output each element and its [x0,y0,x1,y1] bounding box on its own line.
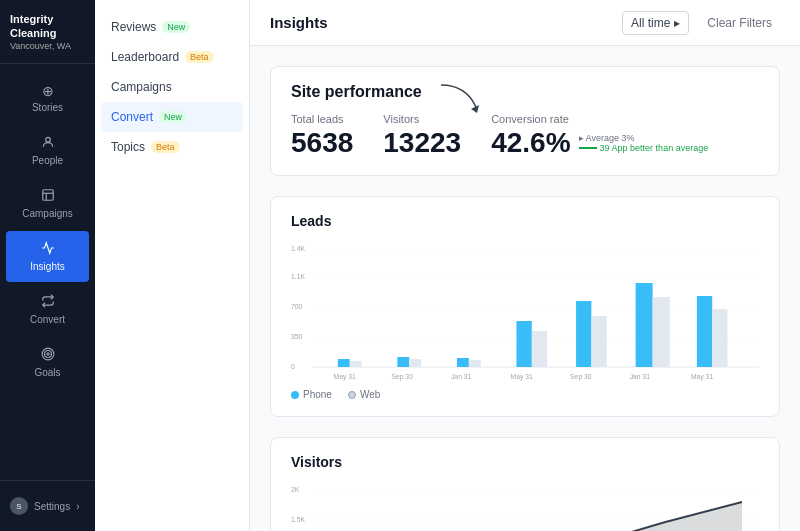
sidebar-people-label: People [32,155,63,166]
svg-text:0: 0 [291,361,295,371]
sidebar-item-campaigns[interactable]: Campaigns [6,178,89,229]
svg-rect-18 [457,358,469,367]
metric-total-leads: Total leads 5638 [291,113,353,159]
svg-rect-25 [653,297,670,367]
svg-rect-17 [409,359,421,367]
people-icon [41,135,55,152]
visitors-area [317,502,742,531]
sidebar-header: Integrity Cleaning Vancouver, WA [0,0,95,64]
leaderboard-badge: Beta [185,51,214,63]
sidebar-goals-label: Goals [34,367,60,378]
brand-location: Vancouver, WA [10,41,85,51]
svg-rect-16 [397,357,409,367]
sub-nav-reviews[interactable]: Reviews New [95,12,249,42]
legend-phone: Phone [291,389,332,400]
svg-text:1.4K: 1.4K [291,243,305,253]
svg-text:Sep 30: Sep 30 [570,371,592,381]
time-range-label: All time [631,16,670,30]
visitors-section: Visitors 2K 1.5K 1K [270,437,780,531]
svg-rect-26 [697,296,712,367]
conversion-value: 42.6% [491,127,570,159]
svg-text:Jan 31: Jan 31 [451,371,471,381]
settings-item[interactable]: S Settings › [6,491,89,521]
svg-rect-23 [591,316,606,367]
sidebar-item-convert[interactable]: Convert [6,284,89,335]
visitors-title: Visitors [291,454,759,470]
metrics-row: Total leads 5638 Visitors 13223 Conversi… [291,113,759,159]
total-leads-label: Total leads [291,113,353,125]
sub-nav-leaderboard[interactable]: Leaderboard Beta [95,42,249,72]
svg-rect-1 [42,189,53,200]
sub-nav-campaigns[interactable]: Campaigns [95,72,249,102]
stories-icon: ⊕ [42,83,54,99]
svg-text:May 31: May 31 [691,371,713,381]
svg-rect-22 [576,301,591,367]
reviews-badge: New [162,21,190,33]
better-label: 39 App better than average [579,143,709,153]
time-range-dropdown[interactable]: All time ▸ [622,11,689,35]
svg-text:1.5K: 1.5K [291,514,305,524]
svg-text:2K: 2K [291,484,299,494]
total-leads-value: 5638 [291,127,353,159]
page-title: Insights [270,14,328,31]
svg-point-3 [44,350,51,357]
svg-rect-27 [712,309,727,367]
avg-label: ▸ Average 3% [579,133,709,143]
visitors-chart-svg: 2K 1.5K 1K [291,482,759,531]
topbar-controls: All time ▸ Clear Filters [622,11,780,35]
campaigns-label: Campaigns [111,80,172,94]
sidebar-item-stories[interactable]: ⊕ Stories [6,73,89,123]
brand-name: Integrity Cleaning [10,12,85,41]
settings-label: Settings [34,501,70,512]
topics-label: Topics [111,140,145,154]
convert-badge: New [159,111,187,123]
metric-conversion: Conversion rate 42.6% ▸ Average 3% 39 Ap… [491,113,708,159]
sub-sidebar: Reviews New Leaderboard Beta Campaigns C… [95,0,250,531]
svg-text:Jan 31: Jan 31 [630,371,650,381]
svg-point-0 [45,137,50,142]
conversion-label: Conversion rate [491,113,570,125]
leads-chart-legend: Phone Web [291,389,759,400]
svg-rect-20 [516,321,531,367]
dropdown-arrow-icon: ▸ [674,16,680,30]
sidebar-item-insights[interactable]: Insights [6,231,89,282]
topics-badge: Beta [151,141,180,153]
sub-nav-convert[interactable]: Convert New [101,102,243,132]
campaigns-icon [41,188,55,205]
convert-label: Convert [111,110,153,124]
reviews-label: Reviews [111,20,156,34]
svg-text:350: 350 [291,331,302,341]
sidebar-item-goals[interactable]: Goals [6,337,89,388]
svg-text:Sep 30: Sep 30 [391,371,413,381]
visitors-chart-container: 2K 1.5K 1K [291,482,759,531]
sidebar-nav: ⊕ Stories People Campaigns Insights Co [0,64,95,480]
phone-legend-label: Phone [303,389,332,400]
visitors-value: 13223 [383,127,461,159]
sidebar-item-people[interactable]: People [6,125,89,176]
web-legend-dot [348,391,356,399]
svg-rect-21 [532,331,547,367]
svg-point-4 [46,352,48,354]
legend-web: Web [348,389,380,400]
leaderboard-label: Leaderboard [111,50,179,64]
main-area: Reviews New Leaderboard Beta Campaigns C… [95,0,800,531]
web-legend-label: Web [360,389,380,400]
clear-filters-button[interactable]: Clear Filters [699,12,780,34]
sidebar-insights-label: Insights [30,261,64,272]
leads-chart-container: 1.4K 1.1K 700 350 0 [291,241,759,381]
site-performance-title: Site performance [291,83,422,101]
bar-phone-1 [338,359,350,367]
svg-text:May 31: May 31 [334,371,356,381]
sidebar: Integrity Cleaning Vancouver, WA ⊕ Stori… [0,0,95,531]
leads-chart-title: Leads [291,213,759,229]
better-text: 39 App better than average [600,143,709,153]
metric-visitors: Visitors 13223 [383,113,461,159]
svg-rect-24 [636,283,653,367]
topbar: Insights All time ▸ Clear Filters [250,0,800,46]
svg-text:May 31: May 31 [511,371,533,381]
site-performance-card: Site performance Total leads 5638 Visito… [270,66,780,176]
convert-icon [41,294,55,311]
svg-text:1.1K: 1.1K [291,271,305,281]
sub-nav-topics[interactable]: Topics Beta [95,132,249,162]
settings-arrow: › [76,501,79,512]
